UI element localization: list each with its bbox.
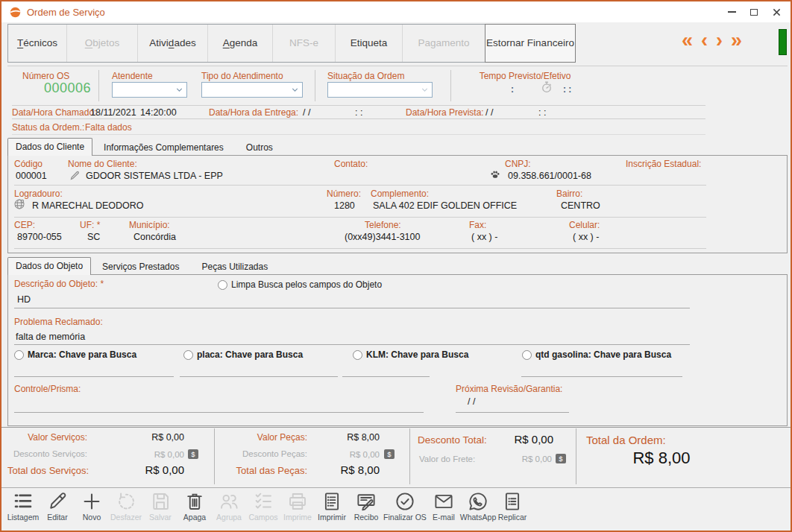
total-pecas-label: Total das Peças: [221, 465, 307, 476]
app-logo-icon [9, 6, 22, 19]
proxima-revisao-underline[interactable] [456, 412, 569, 413]
globe-icon[interactable] [13, 197, 26, 211]
busca-placa-radio[interactable] [183, 350, 193, 360]
pencil-icon [46, 490, 69, 513]
last-record-icon[interactable]: » [731, 28, 742, 52]
check-circle-icon [394, 490, 416, 513]
municipio-label: Município: [129, 220, 170, 230]
toolbar-label: Novo [83, 513, 101, 522]
currency-badge-icon[interactable]: $ [384, 449, 395, 459]
atendente-select[interactable] [112, 82, 187, 98]
busca-klm-label: KLM: Chave para Busca [366, 349, 468, 360]
data-prevista-time[interactable]: : : [538, 107, 546, 118]
window-title: Ordem de Serviço [27, 7, 105, 18]
limpa-busca-label: Limpa Busca pelos campos do Objeto [231, 279, 382, 290]
desconto-servicos-label: Desconto Serviços: [7, 449, 87, 458]
listagem-button[interactable]: Listagem [6, 490, 40, 522]
list-icon [12, 490, 34, 513]
logradouro-value: R MARECHAL DEODORO [32, 200, 144, 211]
data-chamado-time[interactable]: 14:20:00 [140, 107, 177, 118]
tab-pecas-utilizadas[interactable]: Peças Utilizadas [190, 259, 279, 275]
controle-prisma-label: Controle/Prisma: [14, 384, 81, 394]
status-ordem-label: Status da Ordem.: [12, 122, 84, 133]
divider [409, 428, 410, 484]
controle-prisma-underline[interactable] [14, 412, 424, 413]
tab-etiqueta[interactable]: Etiqueta [336, 25, 403, 62]
tab-agenda[interactable]: Agenda [208, 25, 273, 62]
tab-estornar-financeiro[interactable]: Estornar Financeiro [485, 24, 576, 63]
currency-badge-icon[interactable]: $ [556, 454, 566, 463]
undo-icon [115, 490, 137, 513]
desconto-pecas-label: Desconto Peças: [221, 449, 307, 458]
currency-badge-icon[interactable]: $ [188, 449, 198, 459]
tab-servicos-prestados[interactable]: Serviços Prestados [91, 259, 190, 275]
tab-dados-do-cliente[interactable]: Dados do Cliente [7, 138, 92, 156]
placa-field-underline[interactable] [180, 376, 338, 377]
data-prevista-date[interactable]: / / [485, 107, 493, 118]
busca-marca-radio[interactable] [14, 350, 24, 360]
tempo-efetivo-value[interactable]: : : [563, 84, 571, 95]
maximize-button[interactable] [743, 1, 765, 22]
imprimir-button[interactable]: Imprimir [315, 490, 349, 522]
qtd-gasolina-field-underline[interactable] [521, 376, 682, 377]
data-chamado-date[interactable]: 18/11/2021 [90, 107, 136, 118]
limpa-busca-radio[interactable] [218, 280, 227, 290]
klm-field-underline[interactable] [342, 376, 430, 377]
tab-objetos: Objetos [67, 25, 138, 62]
proxima-revisao-label: Próxima Revisão/Garantia: [456, 384, 562, 394]
tab-outros[interactable]: Outros [235, 140, 284, 156]
chevron-down-icon [420, 85, 430, 95]
object-tabbar: Dados do Objeto Serviços Prestados Peças… [7, 258, 279, 275]
situacao-ordem-label: Situação da Ordem [327, 71, 404, 81]
desfazer-button: Desfazer [109, 490, 143, 522]
data-entrega-date[interactable]: / / [303, 107, 310, 118]
email-button[interactable]: E-mail [427, 490, 461, 522]
close-button[interactable] [765, 1, 788, 22]
descricao-objeto-value[interactable]: HD [17, 294, 31, 305]
stopwatch-icon [540, 80, 553, 94]
paw-icon[interactable] [489, 168, 501, 180]
input-underline[interactable] [14, 308, 690, 308]
next-record-icon[interactable]: › [716, 28, 723, 52]
tab-tecnicos[interactable]: Técnicos [8, 25, 67, 62]
total-ordem-label: Total da Ordem: [586, 434, 666, 446]
input-underline[interactable] [14, 344, 690, 345]
replicar-button[interactable]: Replicar [495, 490, 529, 522]
proxima-revisao-value[interactable]: / / [468, 396, 475, 407]
minimize-button[interactable] [720, 1, 743, 22]
fax-label: Fax: [469, 220, 486, 230]
busca-klm-radio[interactable] [353, 350, 362, 360]
first-record-icon[interactable]: « [682, 28, 693, 52]
tab-informacoes-complementares[interactable]: Informações Complementares [92, 140, 235, 156]
data-prevista-label: Data/Hora Prevista: [406, 107, 484, 118]
previous-record-icon[interactable]: ‹ [701, 28, 708, 52]
editar-button[interactable]: Editar [40, 490, 75, 522]
toolbar-label: Finalizar OS [383, 513, 427, 522]
tab-dados-do-objeto[interactable]: Dados do Objeto [7, 257, 91, 275]
atendente-label: Atendente [112, 71, 153, 81]
divider [12, 134, 705, 135]
novo-button[interactable]: Novo [75, 490, 109, 522]
finalizar-os-button[interactable]: Finalizar OS [383, 490, 427, 522]
checklist-icon [252, 490, 274, 513]
tempo-previsto-value[interactable]: : [511, 84, 514, 95]
toolbar-label: Campos [248, 513, 277, 522]
save-icon [149, 490, 172, 513]
marca-field-underline[interactable] [14, 376, 174, 377]
divider [12, 105, 705, 106]
tab-atividades[interactable]: Atividades [138, 25, 208, 62]
imprime-button: Imprime [280, 490, 315, 522]
problema-reclamado-value[interactable]: falta de memória [16, 332, 85, 342]
problema-reclamado-label: Problema Reclamado: [14, 317, 103, 327]
apaga-button[interactable]: Apaga [177, 490, 212, 522]
data-entrega-time[interactable]: : : [355, 107, 362, 118]
busca-qtd-gasolina-radio[interactable] [522, 350, 532, 360]
tipo-atendimento-label: Tipo do Atendimento [201, 71, 283, 81]
tipo-atendimento-select[interactable] [201, 82, 303, 98]
whatsapp-button[interactable]: WhatsApp [461, 490, 495, 522]
cnpj-value: 09.358.661/0001-68 [508, 171, 591, 181]
edit-pencil-icon[interactable] [69, 170, 81, 181]
valor-servicos-value: R$ 0,00 [97, 432, 184, 443]
chevron-down-icon [290, 85, 300, 95]
recibo-button[interactable]: Recibo [349, 490, 383, 522]
